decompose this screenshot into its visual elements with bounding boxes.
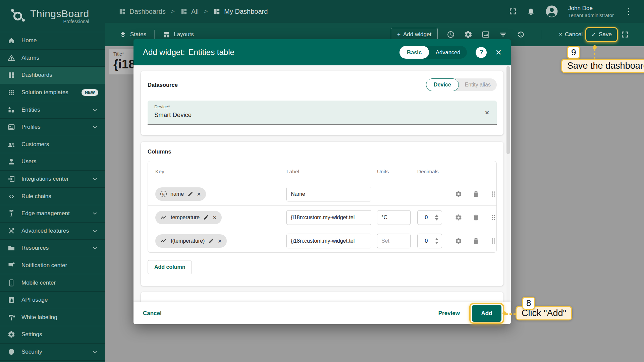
close-x-icon: × xyxy=(559,31,562,38)
drag-handle-icon[interactable] xyxy=(490,237,497,245)
entity-aliases-filter-icon[interactable] xyxy=(499,30,507,39)
breadcrumb-dashboards[interactable]: Dashboards xyxy=(118,8,166,15)
stepper-arrows[interactable] xyxy=(435,238,442,244)
clear-device-icon[interactable]: × xyxy=(485,109,489,117)
add-column-button[interactable]: Add column xyxy=(148,260,192,274)
sidebar-item-notification-center[interactable]: Notification center xyxy=(0,257,105,275)
sidebar-item-settings[interactable]: Settings xyxy=(0,326,105,344)
notifications-bell-icon[interactable] xyxy=(527,7,535,16)
chevron-down-icon xyxy=(92,210,98,217)
breadcrumb-my-dashboard[interactable]: My Dashboard xyxy=(213,8,268,15)
more-options-kebab-icon[interactable]: ⋮ xyxy=(623,7,634,16)
increment-icon[interactable] xyxy=(435,238,438,240)
states-button[interactable]: States xyxy=(119,31,146,39)
layouts-button[interactable]: Layouts xyxy=(163,31,194,39)
toggle-device[interactable]: Device xyxy=(426,78,459,91)
close-icon[interactable]: × xyxy=(495,47,501,57)
decimals-stepper[interactable]: 0 xyxy=(417,210,442,225)
decrement-icon[interactable] xyxy=(435,242,438,244)
sidebar-item-mobile-center[interactable]: Mobile center xyxy=(0,274,105,292)
sidebar-item-alarms[interactable]: Alarms xyxy=(0,50,105,67)
edit-pencil-icon[interactable] xyxy=(187,191,193,197)
edit-pencil-icon[interactable] xyxy=(208,238,214,244)
sidebar-item-label: Customers xyxy=(21,141,49,148)
plus-icon: + xyxy=(397,31,400,38)
sidebar-item-profiles[interactable]: Profiles xyxy=(0,119,105,136)
sidebar-item-entities[interactable]: Entities xyxy=(0,101,105,119)
device-select-field[interactable]: Device* Smart Device × xyxy=(148,101,497,125)
sidebar-item-users[interactable]: Users xyxy=(0,153,105,171)
remove-key-icon[interactable]: × xyxy=(213,214,217,221)
label-input[interactable] xyxy=(286,187,371,201)
key-chip-f-temperature[interactable]: f(temperature) × xyxy=(155,234,227,248)
column-settings-gear-icon[interactable] xyxy=(455,237,462,245)
dialog-title-widget-name: Entities table xyxy=(188,48,234,57)
sidebar-item-edge-management[interactable]: Edge management xyxy=(0,205,105,223)
sidebar-item-label: Profiles xyxy=(21,124,41,130)
dashboard-icon xyxy=(180,8,188,15)
sidebar-item-integrations-center[interactable]: Integrations center xyxy=(0,171,105,188)
white-labeling-icon xyxy=(7,313,15,321)
edit-fullscreen-icon[interactable] xyxy=(621,30,629,39)
dashboard-settings-gear-icon[interactable] xyxy=(464,30,473,39)
edit-pencil-icon[interactable] xyxy=(203,215,209,220)
sidebar-item-rule-chains[interactable]: Rule chains xyxy=(0,188,105,205)
sidebar-item-api-usage[interactable]: API usage xyxy=(0,292,105,309)
profiles-icon xyxy=(7,123,15,131)
cancel-edit-button[interactable]: ×Cancel xyxy=(559,31,583,38)
sidebar-item-advanced-features[interactable]: Advanced features xyxy=(0,223,105,240)
remove-key-icon[interactable]: × xyxy=(218,238,222,244)
step9-number-badge: 9 xyxy=(567,46,580,59)
save-button-wrap: ✓Save 9 Save the dashboard xyxy=(591,31,612,38)
delete-column-trash-icon[interactable] xyxy=(472,237,480,245)
stepper-arrows[interactable] xyxy=(435,215,442,221)
column-settings-gear-icon[interactable] xyxy=(455,190,462,198)
sidebar-item-resources[interactable]: Resources xyxy=(0,240,105,257)
toggle-entity-alias[interactable]: Entity alias xyxy=(459,82,497,88)
preview-button[interactable]: Preview xyxy=(438,310,460,317)
decimals-stepper[interactable]: 0 xyxy=(417,234,442,248)
sidebar-item-white-labeling[interactable]: White labeling xyxy=(0,309,105,326)
save-dashboard-button[interactable]: ✓Save xyxy=(591,31,612,38)
sidebar-item-home[interactable]: Home xyxy=(0,32,105,50)
sidebar-item-customers[interactable]: Customers xyxy=(0,136,105,154)
version-history-icon[interactable] xyxy=(516,30,525,39)
label-input[interactable] xyxy=(286,210,371,225)
increment-icon[interactable] xyxy=(435,215,438,217)
units-input[interactable] xyxy=(377,234,411,248)
brand-logo[interactable]: ThingsBoard Professional xyxy=(0,0,105,32)
delete-column-trash-icon[interactable] xyxy=(472,214,480,221)
modal-scrollbar-thumb[interactable] xyxy=(506,66,510,154)
remove-key-icon[interactable]: × xyxy=(197,191,201,197)
dialog-add-button[interactable]: Add xyxy=(472,305,501,322)
chevron-down-icon xyxy=(92,349,98,355)
user-menu[interactable]: John Doe Tenant administrator xyxy=(568,5,614,18)
sidebar-item-label: Resources xyxy=(21,245,49,251)
user-avatar[interactable] xyxy=(545,4,559,18)
timewindow-clock-icon[interactable] xyxy=(446,30,455,39)
tab-advanced[interactable]: Advanced xyxy=(429,49,467,56)
fullscreen-icon[interactable] xyxy=(508,7,517,16)
dialog-body: Datasource Device Entity alias Device* S… xyxy=(133,65,511,302)
sidebar-item-dashboards[interactable]: Dashboards xyxy=(0,67,105,84)
column-settings-gear-icon[interactable] xyxy=(455,214,462,221)
edge-management-icon xyxy=(7,209,15,218)
sidebar-item-label: Advanced features xyxy=(21,228,69,234)
sidebar-item-security[interactable]: Security xyxy=(0,344,105,361)
label-input[interactable] xyxy=(286,234,371,248)
drag-handle-icon[interactable] xyxy=(490,190,497,198)
drag-handle-icon[interactable] xyxy=(490,214,497,221)
key-chip-temperature[interactable]: temperature × xyxy=(155,211,222,224)
key-name: temperature xyxy=(171,215,200,221)
delete-column-trash-icon[interactable] xyxy=(472,190,480,198)
dialog-cancel-button[interactable]: Cancel xyxy=(143,310,162,317)
key-chip-name[interactable]: E name × xyxy=(155,187,206,201)
tab-basic[interactable]: Basic xyxy=(399,46,429,59)
breadcrumb-all[interactable]: All xyxy=(180,8,199,15)
decrement-icon[interactable] xyxy=(435,218,438,221)
sidebar-item-solution-templates[interactable]: Solution templatesNEW xyxy=(0,84,105,102)
units-input[interactable] xyxy=(377,210,411,225)
manage-widgets-icon[interactable] xyxy=(481,30,490,39)
help-icon[interactable]: ? xyxy=(476,47,487,58)
resources-folder-icon xyxy=(7,244,15,252)
